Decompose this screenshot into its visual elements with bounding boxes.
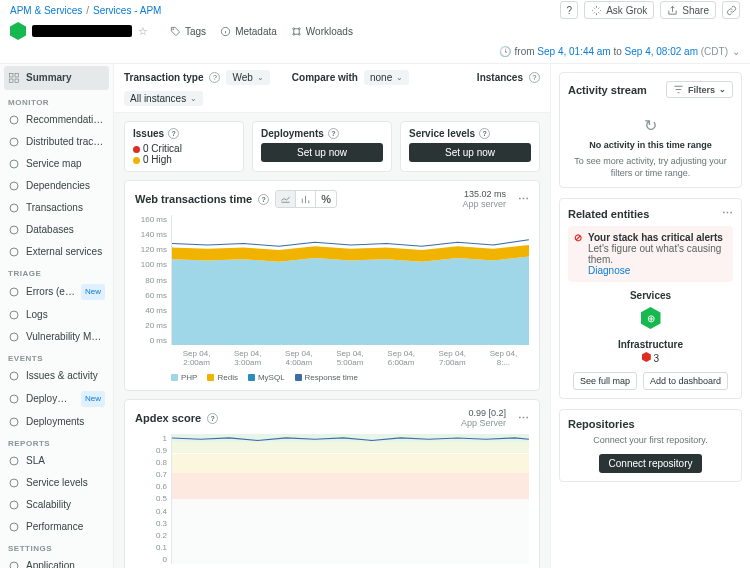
chart-menu-icon[interactable]: ⋯ [518,193,529,206]
sidebar-item-scalability[interactable]: Scalability [0,494,113,516]
related-entities-card: Related entities⋯ ⊘ Your stack has criti… [559,198,742,399]
svg-point-5 [298,33,300,35]
info-icon [220,26,231,37]
tags-chip[interactable]: Tags [164,22,212,40]
compare-select[interactable]: none⌄ [364,70,409,85]
chart-plot[interactable] [171,215,529,345]
legend-item[interactable]: Response time [295,373,358,382]
clock-icon: 🕓 [499,46,511,57]
time-start: Sep 4, 01:44 am [537,46,610,57]
copy-link-icon[interactable] [722,1,740,19]
sidebar-item-service-levels[interactable]: Service levels [0,472,113,494]
x-tick: Sep 04,5:00am [324,349,375,367]
help-icon[interactable]: ? [209,72,220,83]
help-icon[interactable]: ? [168,128,179,139]
entity-status-hex-icon [10,22,26,40]
y-tick: 20 ms [135,321,167,330]
legend-item[interactable]: Redis [207,373,237,382]
chart-stacked-icon[interactable] [276,191,296,207]
favorite-star-icon[interactable]: ☆ [138,25,148,38]
sidebar-item-sla[interactable]: SLA [0,450,113,472]
metadata-chip[interactable]: Metadata [214,22,283,40]
issues-high: 0 High [143,154,172,165]
legend-swatch-icon [171,374,178,381]
breadcrumb[interactable]: APM & Services [10,5,82,16]
x-tick: Sep 04,3:00am [222,349,273,367]
see-full-map-button[interactable]: See full map [573,372,637,390]
sidebar-item-dependencies[interactable]: Dependencies [0,175,113,197]
workloads-chip[interactable]: Workloads [285,22,359,40]
critical-dot-icon [133,146,140,153]
ask-grok-button[interactable]: Ask Grok [584,1,654,19]
repos-sub: Connect your first repository. [568,434,733,446]
y-tick: 0.5 [135,494,167,503]
sidebar-item-transactions[interactable]: Transactions [0,197,113,219]
time-range-picker[interactable]: from Sep 4, 01:44 am to Sep 4, 08:02 am … [515,46,728,57]
y-tick: 0.1 [135,543,167,552]
svg-point-27 [10,562,18,568]
sidebar-item-application[interactable]: Application [0,555,113,568]
chart-percent-icon[interactable]: % [316,191,336,207]
deployments-title: Deployments [261,128,324,139]
diagnose-link[interactable]: Diagnose [588,265,727,276]
sidebar-item-issues-activity[interactable]: Issues & activity [0,365,113,387]
service-levels-setup-button[interactable]: Set up now [409,143,531,162]
chart-view-toggle[interactable]: % [275,190,337,208]
legend-item[interactable]: PHP [171,373,197,382]
chart-plot[interactable] [171,434,529,564]
connect-repository-button[interactable]: Connect repository [599,454,703,473]
sidebar-item-deployments[interactable]: DeploymentsNew [0,387,113,411]
sidebar-item-performance[interactable]: Performance [0,516,113,538]
legend-item[interactable]: MySQL [248,373,285,382]
filters-label: Filters [688,85,715,95]
services-label: Services [568,290,733,301]
x-tick: Sep 04,6:00am [376,349,427,367]
instances-value: All instances [130,93,186,104]
chart-bar-icon[interactable] [296,191,316,207]
tag-icon [170,26,181,37]
infra-status-hex-icon [642,352,651,362]
tx-type-select[interactable]: Web⌄ [226,70,269,85]
svg-point-10 [10,116,18,124]
sidebar-item-deployments[interactable]: Deployments [0,411,113,433]
sidebar-item-logs[interactable]: Logs [0,304,113,326]
y-tick: 120 ms [135,245,167,254]
breadcrumb-leaf[interactable]: Services - APM [93,5,161,16]
breadcrumb-sep: / [86,5,89,16]
menu-icon[interactable]: ⋯ [722,207,733,220]
activity-filters-button[interactable]: Filters⌄ [666,81,733,98]
help-icon[interactable]: ? [529,72,540,83]
help-icon[interactable]: ? [479,128,490,139]
new-badge: New [81,391,105,407]
sidebar-item-errors-errors-i-[interactable]: Errors (errors i...New [0,280,113,304]
help-icon[interactable]: ? [258,194,269,205]
sidebar-item-external-services[interactable]: External services [0,241,113,263]
high-dot-icon [133,157,140,164]
chart-metric: 135.02 ms [462,189,506,199]
sidebar-item-summary[interactable]: Summary [4,66,109,90]
sidebar-item-databases[interactable]: Databases [0,219,113,241]
help-icon[interactable]: ? [560,1,578,19]
time-prefix: from [515,46,535,57]
deployments-setup-button[interactable]: Set up now [261,143,383,162]
chart-metric-sub: App server [462,199,506,209]
chevron-down-icon[interactable]: ⌄ [732,46,740,57]
activity-empty-title: No activity in this time range [568,139,733,151]
service-levels-title: Service levels [409,128,475,139]
sidebar-item-recommendations[interactable]: Recommendations [0,109,113,131]
sidebar-item-distributed-tracing[interactable]: Distributed tracing [0,131,113,153]
add-to-dashboard-button[interactable]: Add to dashboard [643,372,728,390]
service-hex-icon[interactable]: ⊕ [641,307,661,329]
help-icon[interactable]: ? [207,413,218,424]
sidebar-item-service-map[interactable]: Service map [0,153,113,175]
instances-select[interactable]: All instances⌄ [124,91,203,106]
chart-menu-icon[interactable]: ⋯ [518,412,529,425]
sidebar-item-label: Distributed tracing [26,135,105,149]
share-button[interactable]: Share [660,1,716,19]
svg-point-2 [293,27,295,29]
sidebar-item-vulnerability-mana-[interactable]: Vulnerability Mana... [0,326,113,348]
svg-rect-7 [15,74,19,78]
chart-y-axis: 10.90.80.70.60.50.40.30.20.10 [135,434,171,564]
refresh-icon: ↻ [568,116,733,135]
help-icon[interactable]: ? [328,128,339,139]
